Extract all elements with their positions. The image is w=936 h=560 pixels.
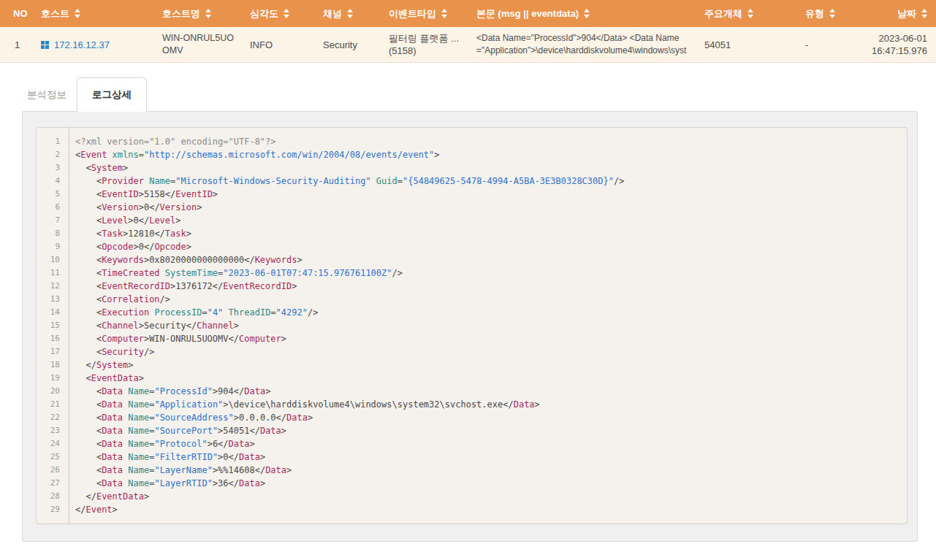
log-detail-panel: 1<?xml version="1.0" encoding="UTF-8"?>2… <box>22 111 918 542</box>
line-number: 14 <box>37 306 69 319</box>
column-label: 심각도 <box>250 7 278 20</box>
cell-channel: Security <box>314 39 380 51</box>
line-number: 25 <box>37 450 69 464</box>
column-label: 호스트 <box>41 7 69 20</box>
line-number: 20 <box>37 385 69 398</box>
column-header-type[interactable]: 유형 <box>786 0 862 27</box>
cell-severity: INFO <box>241 39 314 51</box>
line-number: 11 <box>37 266 69 280</box>
column-header-main-object[interactable]: 주요개체 <box>691 0 786 27</box>
sort-icon[interactable] <box>747 9 753 18</box>
code-text: <Data Name="Protocol">6</Data> <box>69 437 255 450</box>
code-viewer: 1<?xml version="1.0" encoding="UTF-8"?>2… <box>36 127 908 524</box>
column-header-no: NO <box>0 0 32 27</box>
cell-no: 1 <box>0 39 32 51</box>
column-label: 유형 <box>805 7 824 20</box>
line-number: 17 <box>37 345 69 358</box>
code-text: <Correlation/> <box>69 293 170 306</box>
cell-body: <Data Name="ProcessId">904</Data> <Data … <box>468 32 691 57</box>
sort-icon[interactable] <box>584 9 590 18</box>
code-text: </EventData> <box>69 490 149 503</box>
sort-icon[interactable] <box>205 9 211 18</box>
code-line: 24 <Data Name="Protocol">6</Data> <box>37 437 907 450</box>
code-line: 9 <Opcode>0</Opcode> <box>37 240 907 253</box>
code-text: <Channel>Security</Channel> <box>69 319 239 332</box>
line-number: 16 <box>37 332 69 345</box>
code-line: 14 <Execution ProcessID="4" ThreadID="42… <box>37 306 907 319</box>
line-number: 4 <box>37 174 69 188</box>
column-header-date[interactable]: 날짜 <box>862 0 936 27</box>
column-header-host[interactable]: 호스트 <box>32 0 153 27</box>
code-text: <EventID>5158</EventID> <box>69 188 218 201</box>
log-row[interactable]: 1172.16.12.37WIN-ONRUL5UOOMVINFOSecurity… <box>0 27 936 63</box>
gutter-divider <box>69 128 69 523</box>
code-text: <Task>12810</Task> <box>69 227 191 240</box>
cell-hostname: WIN-ONRUL5UOOMV <box>153 32 241 57</box>
code-text: <Provider Name="Microsoft-Windows-Securi… <box>69 174 624 188</box>
code-text: <?xml version="1.0" encoding="UTF-8"?> <box>69 135 276 148</box>
column-header-severity[interactable]: 심각도 <box>241 0 314 27</box>
host-ip-link[interactable]: 172.16.12.37 <box>54 39 110 51</box>
line-number: 7 <box>37 214 69 227</box>
code-line: 28 </EventData> <box>37 490 907 503</box>
code-line: 29</Event> <box>37 503 907 516</box>
code-text: <Event xmlns="http://schemas.microsoft.c… <box>69 148 440 161</box>
line-number: 3 <box>37 161 69 174</box>
code-line: 4 <Provider Name="Microsoft-Windows-Secu… <box>37 174 907 188</box>
cell-date: 2023-06-01 16:47:15.976 <box>862 32 936 57</box>
column-header-event-type[interactable]: 이벤트타입 <box>380 0 468 27</box>
tab-log-detail[interactable]: 로그상세 <box>77 77 147 112</box>
code-line: 6 <Version>0</Version> <box>37 201 907 214</box>
cell-event-type: 필터링 플랫폼 ... (5158) <box>380 32 468 57</box>
line-number: 5 <box>37 188 69 201</box>
code-lines: 1<?xml version="1.0" encoding="UTF-8"?>2… <box>37 135 907 516</box>
code-text: <Version>0</Version> <box>69 201 202 214</box>
sort-icon[interactable] <box>75 9 80 18</box>
line-number: 10 <box>37 253 69 266</box>
line-number: 1 <box>37 135 69 148</box>
code-text: <Computer>WIN-ONRUL5UOOMV</Computer> <box>69 332 286 345</box>
code-text: <Execution ProcessID="4" ThreadID="4292"… <box>69 306 318 319</box>
code-line: 20 <Data Name="ProcessId">904</Data> <box>37 385 907 398</box>
code-line: 10 <Keywords>0x8020000000000000</Keyword… <box>37 253 907 266</box>
column-label: 호스트명 <box>162 7 200 20</box>
column-header-channel[interactable]: 채널 <box>314 0 380 27</box>
code-text: <Data Name="SourceAddress">0.0.0.0</Data… <box>69 411 313 424</box>
code-text: <Data Name="LayerRTID">36</Data> <box>69 477 265 490</box>
code-text: <Level>0</Level> <box>69 214 181 227</box>
code-line: 26 <Data Name="LayerName">%%14608</Data> <box>37 464 907 477</box>
code-text: <Data Name="LayerName">%%14608</Data> <box>69 464 292 477</box>
sort-icon[interactable] <box>284 9 289 18</box>
code-line: 7 <Level>0</Level> <box>37 214 907 227</box>
code-text: </System> <box>69 358 134 372</box>
line-number: 23 <box>37 424 69 437</box>
code-text: <EventRecordID>1376172</EventRecordID> <box>69 280 297 293</box>
cell-type: - <box>786 39 862 51</box>
code-line: 16 <Computer>WIN-ONRUL5UOOMV</Computer> <box>37 332 907 345</box>
code-text: <System> <box>69 161 128 174</box>
column-label: 본문 (msg || eventdata) <box>476 7 579 20</box>
sort-icon[interactable] <box>829 9 835 18</box>
sort-icon[interactable] <box>441 9 447 18</box>
code-line: 8 <Task>12810</Task> <box>37 227 907 240</box>
code-line: 21 <Data Name="Application">\device\hard… <box>37 398 907 411</box>
line-number: 8 <box>37 227 69 240</box>
column-header-hostname[interactable]: 호스트명 <box>153 0 241 27</box>
code-line: 5 <EventID>5158</EventID> <box>37 188 907 201</box>
column-header-body[interactable]: 본문 (msg || eventdata) <box>468 0 691 27</box>
code-text: <Opcode>0</Opcode> <box>69 240 191 253</box>
code-text: <Data Name="ProcessId">904</Data> <box>69 385 270 398</box>
code-line: 12 <EventRecordID>1376172</EventRecordID… <box>37 280 907 293</box>
line-number: 12 <box>37 280 69 293</box>
code-text: <EventData> <box>69 372 144 385</box>
code-line: 15 <Channel>Security</Channel> <box>37 319 907 332</box>
sort-icon[interactable] <box>921 9 927 18</box>
tab-analysis-info[interactable]: 분석정보 <box>17 79 77 111</box>
line-number: 24 <box>37 437 69 450</box>
sort-icon[interactable] <box>347 9 353 18</box>
code-line: 22 <Data Name="SourceAddress">0.0.0.0</D… <box>37 411 907 424</box>
line-number: 18 <box>37 358 69 372</box>
code-line: 1<?xml version="1.0" encoding="UTF-8"?> <box>37 135 907 148</box>
code-line: 3 <System> <box>37 161 907 174</box>
cell-host: 172.16.12.37 <box>32 39 153 51</box>
